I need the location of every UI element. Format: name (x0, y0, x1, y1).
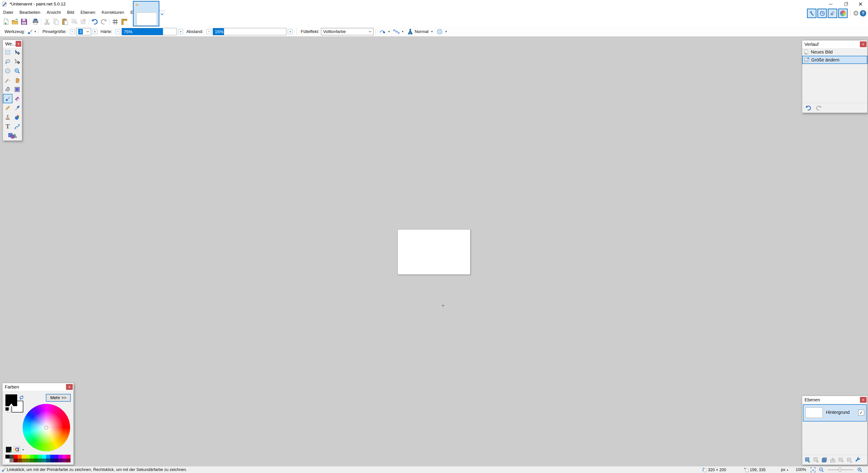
layers-panel-titlebar[interactable]: Ebenen ✕ (802, 396, 867, 404)
palette-swatch[interactable] (26, 455, 30, 459)
tool-dropdown-caret[interactable]: ▾ (34, 30, 36, 33)
color-wheel-selector[interactable] (44, 426, 48, 430)
layers-window-toggle[interactable] (828, 8, 837, 18)
palette-swatch[interactable] (54, 459, 58, 462)
tools-panel-titlebar[interactable]: We... ✕ (3, 40, 22, 48)
smoothing-dropdown-caret[interactable]: ▾ (388, 30, 390, 33)
more-colors-button[interactable]: Mehr >> (46, 394, 71, 402)
redo-button[interactable] (99, 18, 108, 26)
zoom-out-button[interactable] (819, 467, 824, 473)
paste-button[interactable] (61, 18, 70, 26)
palette-swatch[interactable] (58, 455, 62, 459)
tool-paint-bucket[interactable] (3, 85, 12, 94)
save-button[interactable] (20, 18, 29, 26)
selection-mode-icon[interactable] (436, 28, 443, 35)
zoom-in-button[interactable] (857, 467, 863, 473)
tool-ellipse-select[interactable] (3, 66, 12, 75)
primary-color-swatch[interactable] (5, 395, 17, 406)
palette-swatch[interactable] (42, 455, 46, 459)
swap-colors-icon[interactable] (19, 395, 24, 400)
tool-rectangle-select[interactable] (3, 48, 12, 57)
crop-to-selection-button[interactable] (70, 18, 79, 26)
palette-swatch[interactable] (34, 455, 38, 459)
palette-swatch[interactable] (58, 459, 62, 462)
colors-panel-close-button[interactable]: ✕ (66, 384, 73, 390)
menu-bild[interactable]: Bild (64, 8, 78, 16)
palette-swatch[interactable] (62, 455, 66, 459)
hardness-decrease-button[interactable]: − (115, 29, 120, 34)
undo-button[interactable] (90, 18, 99, 26)
add-layer-icon[interactable] (804, 457, 811, 463)
help-button[interactable]: ? (860, 10, 866, 16)
palette-swatch[interactable] (50, 455, 54, 459)
palette-swatch[interactable] (22, 459, 26, 462)
layer-properties-wrench-icon[interactable] (855, 457, 861, 463)
tool-shapes[interactable] (8, 131, 17, 140)
move-layer-down-icon[interactable] (846, 457, 852, 463)
tool-move-selection-pointer[interactable] (12, 57, 22, 66)
tools-window-toggle[interactable] (807, 8, 816, 18)
zoom-slider-thumb[interactable] (839, 468, 841, 472)
history-panel-titlebar[interactable]: Verlauf ✕ (802, 40, 867, 48)
palette-menu-caret[interactable]: ▾ (22, 448, 24, 451)
history-item-neues-bild[interactable]: Neues Bild (802, 48, 867, 56)
layer-row-hintergrund[interactable]: Hintergrund ✓ (803, 404, 867, 421)
palette-swatch[interactable] (46, 455, 50, 459)
history-panel-close-button[interactable]: ✕ (860, 41, 867, 47)
palette-swatch[interactable] (38, 455, 42, 459)
tool-lasso-select[interactable] (3, 57, 12, 66)
history-redo-icon[interactable] (815, 105, 822, 111)
palette-swatch[interactable] (13, 459, 18, 462)
tool-magic-wand[interactable] (3, 75, 12, 85)
restore-button[interactable] (838, 0, 853, 8)
palette-swatch[interactable] (22, 455, 26, 459)
menu-datei[interactable]: Datei (0, 8, 16, 16)
smoothing-pen-icon[interactable] (379, 29, 386, 35)
current-tool-brush-icon[interactable] (27, 29, 33, 35)
deselect-button[interactable] (79, 18, 88, 26)
palette-swatch[interactable] (66, 455, 70, 459)
palette-swatch[interactable] (13, 455, 18, 459)
spacing-increase-button[interactable]: + (288, 29, 293, 34)
brush-size-decrease-button[interactable]: − (70, 29, 75, 34)
move-layer-up-icon[interactable] (838, 457, 844, 463)
delete-layer-icon[interactable] (813, 457, 819, 463)
layers-panel-close-button[interactable]: ✕ (860, 397, 867, 403)
palette-swatch[interactable] (30, 455, 34, 459)
palette-swatch[interactable] (18, 455, 22, 459)
blend-mode-value[interactable]: Normal (415, 29, 429, 34)
palette-swatch[interactable] (26, 459, 30, 462)
history-undo-icon[interactable] (805, 105, 812, 111)
palette-swatch[interactable] (18, 459, 22, 462)
add-color-button[interactable] (6, 447, 11, 452)
palette-swatch[interactable] (54, 455, 58, 459)
zoom-to-window-button[interactable] (810, 467, 816, 473)
palette-menu-button[interactable] (14, 446, 20, 453)
settings-gear-icon[interactable]: ⚙ (853, 10, 859, 17)
copy-button[interactable] (52, 18, 61, 26)
palette-swatch[interactable] (38, 459, 42, 462)
palette-swatch[interactable] (30, 459, 34, 462)
brush-size-combobox[interactable]: 3 (76, 28, 91, 35)
image-list-chevron[interactable] (159, 11, 165, 15)
close-window-button[interactable] (853, 0, 868, 8)
tool-paintbrush[interactable] (3, 94, 12, 103)
antialias-dropdown-caret[interactable]: ▾ (402, 30, 403, 33)
fill-style-combobox[interactable]: Volltonfarbe (321, 28, 373, 35)
palette-swatch[interactable] (46, 459, 50, 462)
colors-window-toggle[interactable] (838, 8, 848, 18)
menu-ansicht[interactable]: Ansicht (43, 8, 64, 16)
menu-ebenen[interactable]: Ebenen (77, 8, 98, 16)
tool-gradient[interactable] (12, 85, 22, 94)
history-window-toggle[interactable] (817, 8, 827, 18)
tools-panel-close-button[interactable]: ✕ (16, 41, 21, 47)
tool-zoom[interactable] (12, 66, 22, 75)
palette-swatch[interactable] (9, 455, 13, 459)
colors-panel-titlebar[interactable]: Farben ✕ (2, 383, 73, 391)
palette-swatch[interactable] (50, 459, 54, 462)
tool-line-curve[interactable] (12, 122, 22, 131)
print-button[interactable] (31, 18, 40, 26)
curve-nodes-icon[interactable] (393, 29, 400, 35)
tool-recolor[interactable] (12, 112, 22, 122)
palette-swatch[interactable] (5, 459, 9, 462)
